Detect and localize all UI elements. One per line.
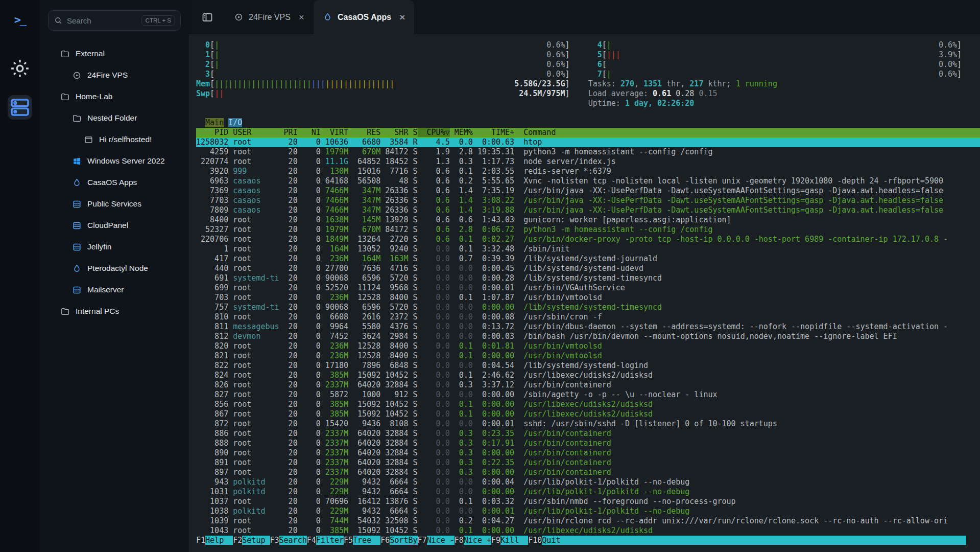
process-row[interactable]: 1043 root 20 0 385M 15092 10452 S 0.0 0.…: [196, 526, 980, 536]
fkey-f9-kill[interactable]: Kill: [500, 536, 528, 545]
process-row[interactable]: 821 root 20 0 236M 12528 8400 S 0.0 0.1 …: [196, 351, 980, 361]
fkey-f8-nice[interactable]: Nice +: [464, 536, 491, 545]
tree-item-nested-folder[interactable]: Nested Folder: [48, 107, 181, 129]
panel-icon: [72, 242, 82, 252]
htop-screen-tab-i-o[interactable]: I/O: [228, 118, 242, 127]
tab-close-icon[interactable]: ×: [299, 12, 304, 22]
tree-item-external[interactable]: External: [48, 43, 181, 64]
terminal[interactable]: 0[| 0.6%] 4[| 0.6%] 1[|: [189, 34, 980, 552]
tab-close-icon[interactable]: ×: [399, 12, 405, 22]
process-row[interactable]: 820 root 20 0 236M 12528 8400 S 0.0 0.1 …: [196, 341, 980, 351]
process-row[interactable]: 827 root 20 0 5872 1000 912 S 0.0 0.0 0:…: [196, 390, 980, 400]
droplet-icon: [72, 178, 82, 188]
tab-24fire-vps[interactable]: 24Fire VPS×: [225, 0, 314, 34]
tree-item-mailserver[interactable]: Mailserver: [48, 279, 181, 301]
tree-item-home-lab[interactable]: Home-Lab: [48, 86, 181, 107]
droplet-icon: [323, 12, 332, 22]
search-box[interactable]: CTRL + S: [48, 10, 181, 31]
process-row[interactable]: 822 root 20 0 17180 7896 6848 S 0.0 0.0 …: [196, 361, 980, 371]
settings-button[interactable]: [9, 57, 31, 80]
tree-item-pterodactyl-node[interactable]: Pterodactyl Node: [48, 258, 181, 279]
process-row[interactable]: 699 root 20 0 52520 11124 9568 S 0.0 0.0…: [196, 283, 980, 293]
process-row[interactable]: 824 root 20 0 385M 15092 10452 S 0.0 0.1…: [196, 371, 980, 380]
process-row[interactable]: 810 root 20 0 6608 2616 2372 S 0.0 0.0 0…: [196, 312, 980, 322]
process-row[interactable]: 1258032 root 20 0 10636 6680 3584 R 4.5 …: [196, 137, 980, 147]
fkey-f2-setup[interactable]: Setup: [242, 536, 270, 545]
process-row[interactable]: 7703 casaos 20 0 7466M 347M 26336 S 0.6 …: [196, 196, 980, 205]
fkey-f5-tree[interactable]: Tree: [353, 536, 380, 545]
function-key-bar[interactable]: F1Help F2Setup F3SearchF4FilterF5Tree F6…: [196, 536, 980, 545]
search-icon: [54, 16, 63, 25]
process-row[interactable]: 1039 root 20 0 744M 54032 32508 S 0.0 0.…: [196, 516, 980, 526]
process-row[interactable]: 7369 casaos 20 0 7466M 347M 26336 S 0.6 …: [196, 186, 980, 196]
process-row[interactable]: 6963 casaos 20 0 64168 56508 48 S 0.6 0.…: [196, 176, 980, 186]
process-row[interactable]: 417 root 20 0 236M 164M 163M S 0.0 0.7 0…: [196, 254, 980, 264]
process-row[interactable]: 886 root 20 0 2337M 64020 32884 S 0.0 0.…: [196, 429, 980, 439]
main-area: 24Fire VPS×CasaOS Apps× 0[| 0.6%] 4[| 0.…: [189, 0, 980, 552]
connections-nav-button[interactable]: [8, 95, 32, 120]
sidebar-toggle-icon: [201, 11, 214, 24]
tree-item-label: External: [76, 49, 105, 58]
process-row[interactable]: 867 root 20 0 385M 15092 10452 S 0.0 0.1…: [196, 409, 980, 419]
uptime-row: Uptime: 1 day, 02:26:20: [196, 99, 980, 108]
swap-meter-row: Swp[|| 24.5M/975M] Load average: 0.61 0.…: [196, 89, 980, 99]
folder-icon: [72, 113, 82, 123]
droplet-icon: [72, 264, 82, 273]
process-row[interactable]: 826 root 20 0 2337M 64020 32884 S 0.0 0.…: [196, 380, 980, 390]
process-row[interactable]: 440 root 20 0 27700 7636 4716 S 0.0 0.0 …: [196, 264, 980, 273]
fkey-f7-nice[interactable]: Nice -: [427, 536, 455, 545]
fkey-f4-filter[interactable]: Filter: [316, 536, 344, 545]
process-row[interactable]: 888 root 20 0 2337M 64020 32884 S 0.0 0.…: [196, 439, 980, 448]
fkey-f1-help[interactable]: Help: [205, 536, 233, 545]
process-row[interactable]: 1038 polkitd 20 0 229M 9432 6664 S 0.0 0…: [196, 507, 980, 516]
tree-item-public-services[interactable]: Public Services: [48, 193, 181, 215]
process-row[interactable]: 811 messagebus 20 0 9964 5580 4376 S 0.0…: [196, 322, 980, 332]
process-row[interactable]: 3920 999 20 0 130M 15016 7716 S 0.6 0.1 …: [196, 167, 980, 176]
blank-line: [196, 108, 980, 118]
process-row[interactable]: 891 root 20 0 2337M 64020 32884 S 0.0 0.…: [196, 458, 980, 468]
tree-item-label: CasaOS Apps: [87, 178, 137, 187]
process-row[interactable]: 872 root 20 0 15420 9436 8108 S 0.0 0.0 …: [196, 419, 980, 429]
tree-item-label: Windows Server 2022: [87, 156, 165, 166]
fkey-f10-quit[interactable]: Quit: [542, 536, 569, 545]
fkey-f6-sortby[interactable]: SortBy: [390, 536, 417, 545]
search-input[interactable]: [67, 16, 137, 25]
tree-item-casaos-apps[interactable]: CasaOS Apps: [48, 172, 181, 193]
tree-item-label: Public Services: [87, 199, 141, 209]
tree-item-cloudpanel[interactable]: CloudPanel: [48, 215, 181, 236]
process-row[interactable]: 220774 root 20 0 11.1G 64852 18452 S 1.3…: [196, 157, 980, 167]
process-row[interactable]: 856 root 20 0 385M 15092 10452 S 0.0 0.1…: [196, 400, 980, 409]
tree-item-windows-server-2022[interactable]: Windows Server 2022: [48, 150, 181, 172]
process-row[interactable]: 890 root 20 0 2337M 64020 32884 S 0.0 0.…: [196, 448, 980, 458]
tree-item-label: Hi r/selfhosted!: [99, 135, 152, 144]
process-row[interactable]: 1037 root 20 0 70696 16412 13876 S 0.0 0…: [196, 497, 980, 507]
tree-item-jellyfin[interactable]: Jellyfin: [48, 236, 181, 258]
tree-item-hi-r-selfhosted[interactable]: Hi r/selfhosted!: [48, 129, 181, 150]
panel-icon: [72, 221, 82, 231]
process-row[interactable]: 7809 casaos 20 0 7466M 347M 26336 S 0.6 …: [196, 205, 980, 215]
folder-icon: [60, 49, 70, 59]
fkey-f3-search[interactable]: Search: [279, 536, 307, 545]
tree-item-24fire-vps[interactable]: 24Fire VPS: [48, 64, 181, 86]
process-row[interactable]: 897 root 20 0 2337M 64020 32884 S 0.0 0.…: [196, 468, 980, 477]
process-row[interactable]: 703 root 20 0 236M 12528 8400 S 0.0 0.1 …: [196, 293, 980, 303]
process-row[interactable]: 943 polkitd 20 0 229M 9432 6664 S 0.0 0.…: [196, 477, 980, 487]
tab-label: CasaOS Apps: [338, 13, 391, 22]
process-row[interactable]: 1031 polkitd 20 0 229M 9432 6664 S 0.0 0…: [196, 487, 980, 497]
sidebar-toggle-button[interactable]: [201, 11, 214, 24]
htop-screen-tab-main[interactable]: Main: [205, 118, 224, 127]
tab-casaos-apps[interactable]: CasaOS Apps×: [314, 0, 414, 34]
tree-item-internal-pcs[interactable]: Internal PCs: [48, 301, 181, 322]
folder-icon: [60, 307, 70, 316]
process-row[interactable]: 52327 root 20 0 1979M 670M 84172 S 0.6 2…: [196, 225, 980, 235]
process-row[interactable]: 8400 root 20 0 1638M 145M 13928 S 0.6 0.…: [196, 215, 980, 225]
process-row[interactable]: 4259 root 20 0 1979M 670M 84172 S 1.9 2.…: [196, 147, 980, 157]
process-row[interactable]: 691 systemd-ti 20 0 90068 6596 5720 S 0.…: [196, 273, 980, 283]
screen-tabs-row: Main I/O: [196, 118, 980, 128]
process-row[interactable]: 812 devmon 20 0 7452 3624 2984 S 0.0 0.0…: [196, 332, 980, 341]
process-row[interactable]: 220706 root 20 0 1849M 13264 2720 S 0.6 …: [196, 235, 980, 244]
process-row[interactable]: 757 systemd-ti 20 0 90068 6596 5720 S 0.…: [196, 303, 980, 312]
process-row[interactable]: 1 root 20 0 164M 13052 9240 S 0.0 0.1 3:…: [196, 244, 980, 254]
cpu-meter-row: 0[| 0.6%] 4[| 0.6%]: [196, 40, 980, 50]
server-list-icon: [8, 95, 32, 120]
